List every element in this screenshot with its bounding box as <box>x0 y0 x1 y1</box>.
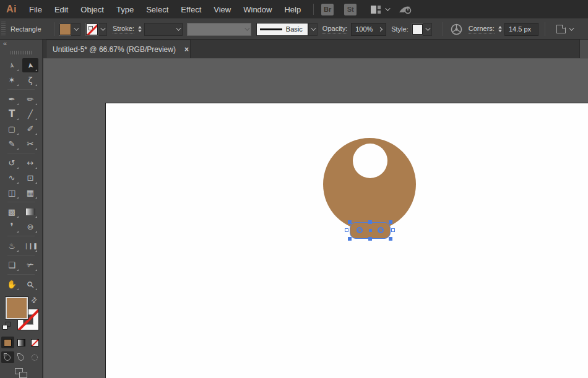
menu-help[interactable]: Help <box>278 5 307 14</box>
fill-dropdown-button[interactable] <box>71 23 80 36</box>
menu-select[interactable]: Select <box>140 5 175 14</box>
selection-handle-left[interactable] <box>345 228 348 232</box>
selection-handle-bottom-center[interactable] <box>368 237 372 241</box>
perspective-grid-tool[interactable]: ▦ <box>22 186 38 200</box>
brush-definition-field[interactable]: Basic <box>256 23 308 36</box>
paintbrush-tool[interactable]: ✐ <box>22 122 38 136</box>
shape-builder-tool[interactable]: ◫ <box>4 186 20 200</box>
rectangle-tool[interactable]: ▢ <box>4 122 20 136</box>
brush-dropdown-button[interactable] <box>308 23 318 36</box>
document-tab[interactable]: Untitled-5* @ 66.67% (RGB/Preview) × <box>46 40 191 58</box>
style-dropdown-button[interactable] <box>423 23 432 36</box>
menubar-divider <box>313 4 314 15</box>
selection-handle-top-center[interactable] <box>368 220 372 224</box>
scale-tool[interactable]: ↔ <box>22 156 38 170</box>
canvas[interactable] <box>43 58 588 378</box>
none-mode-button[interactable] <box>28 337 41 348</box>
draw-inside-button[interactable] <box>28 351 41 363</box>
gradient-mode-button[interactable] <box>15 337 28 348</box>
selection-handle-top-left[interactable] <box>348 220 352 224</box>
opacity-field[interactable]: 100% <box>351 23 386 36</box>
zoom-tool[interactable]: ⚲ <box>22 277 38 291</box>
shape-builder-tool-icon: ◫ <box>8 189 15 197</box>
hand-tool[interactable]: ✋ <box>4 277 20 291</box>
selection-center-point[interactable] <box>369 229 372 232</box>
direct-selection-tool[interactable]: ➤ <box>22 58 38 72</box>
bridge-button[interactable]: Br <box>321 4 334 15</box>
selection-handle-right[interactable] <box>391 228 395 232</box>
blend-tool[interactable]: ⊚ <box>22 220 38 234</box>
opacity-panel-link[interactable]: Opacity: <box>322 25 347 33</box>
document-setup-button[interactable] <box>556 25 573 33</box>
menu-edit[interactable]: Edit <box>48 5 74 14</box>
lasso-tool[interactable]: ζ <box>22 73 38 87</box>
rotate-tool[interactable]: ↺ <box>4 156 20 170</box>
live-corner-widget-right[interactable] <box>378 227 384 233</box>
corners-panel-link[interactable]: Corners: <box>469 25 495 33</box>
graphic-style-swatch[interactable] <box>412 24 423 35</box>
curvature-tool[interactable]: ✏ <box>22 92 38 106</box>
opacity-value: 100% <box>355 25 373 33</box>
swap-fill-stroke-icon[interactable]: ⇄ <box>29 295 40 306</box>
default-fill-stroke-icon[interactable] <box>2 322 11 330</box>
change-screen-mode-icon[interactable] <box>15 368 27 378</box>
stroke-dropdown-button[interactable] <box>98 23 107 36</box>
menu-effect[interactable]: Effect <box>175 5 207 14</box>
close-tab-icon[interactable]: × <box>184 45 189 54</box>
workspace-switcher[interactable] <box>371 6 389 14</box>
line-segment-tool[interactable]: ╱ <box>22 107 38 121</box>
slice-tool[interactable]: ✃ <box>22 258 38 272</box>
live-corner-widget-left[interactable] <box>357 227 363 233</box>
style-label: Style: <box>391 25 409 33</box>
selection-handle-top-right[interactable] <box>389 220 392 224</box>
scissors-tool[interactable]: ✂ <box>22 137 38 151</box>
selection-tool[interactable]: ➢ <box>4 58 20 72</box>
gpu-performance-icon[interactable] <box>399 4 412 15</box>
eyedropper-tool-icon: ❜ <box>10 222 13 232</box>
selection-tool-icon: ➢ <box>7 62 16 69</box>
lasso-tool-icon: ζ <box>28 76 32 84</box>
menu-view[interactable]: View <box>207 5 237 14</box>
shaper-tool[interactable]: ✎ <box>4 137 20 151</box>
symbol-sprayer-tool[interactable]: ♨ <box>4 239 20 253</box>
selection-handle-bottom-right[interactable] <box>389 237 392 241</box>
width-tool[interactable]: ∿ <box>4 171 20 185</box>
controlbar-grip[interactable] <box>1 22 6 37</box>
menu-object[interactable]: Object <box>74 5 110 14</box>
stroke-weight-dropdown[interactable] <box>144 23 183 36</box>
free-transform-tool[interactable]: ⊡ <box>22 171 38 185</box>
stroke-panel-link[interactable]: Stroke: <box>113 25 134 33</box>
draw-normal-button[interactable] <box>1 351 14 363</box>
zoom-tool-icon: ⚲ <box>25 279 35 290</box>
corners-field[interactable]: 14.5 px <box>504 23 538 36</box>
chevron-right-icon[interactable] <box>378 27 383 31</box>
stroke-weight-stepper[interactable] <box>138 26 142 32</box>
menu-items: FileEditObjectTypeSelectEffectViewWindow… <box>23 5 307 14</box>
column-graph-tool[interactable]: ❘❙❚ <box>22 239 38 253</box>
magic-wand-tool[interactable]: ✶ <box>4 73 20 87</box>
fill-swatch[interactable] <box>6 297 28 319</box>
menu-type[interactable]: Type <box>110 5 140 14</box>
mesh-tool[interactable]: ▩ <box>4 205 20 219</box>
panel-grip[interactable] <box>11 51 32 55</box>
menu-file[interactable]: File <box>23 5 48 14</box>
eyedropper-tool[interactable]: ❜ <box>4 220 20 234</box>
white-hole-circle-shape[interactable] <box>353 144 387 178</box>
corners-stepper[interactable] <box>498 26 502 32</box>
gradient-tool[interactable] <box>22 205 38 219</box>
pen-tool[interactable]: ✒ <box>4 92 20 106</box>
collapse-panel-button[interactable]: « <box>0 40 42 49</box>
fill-color-swatch[interactable] <box>59 24 71 35</box>
stock-button[interactable]: St <box>344 4 357 15</box>
type-tool[interactable]: T <box>4 107 20 121</box>
menu-window[interactable]: Window <box>237 5 278 14</box>
recolor-artwork-icon[interactable] <box>451 24 462 35</box>
color-mode-button[interactable] <box>1 337 14 348</box>
panel-dock-corner <box>579 40 588 58</box>
chevron-down-icon <box>569 25 574 30</box>
selection-handle-bottom-left[interactable] <box>348 237 352 241</box>
draw-behind-button[interactable] <box>15 351 28 363</box>
artboard-tool[interactable]: ❏ <box>4 258 20 272</box>
stroke-color-swatch[interactable] <box>86 24 98 35</box>
hand-tool-icon: ✋ <box>7 280 17 288</box>
